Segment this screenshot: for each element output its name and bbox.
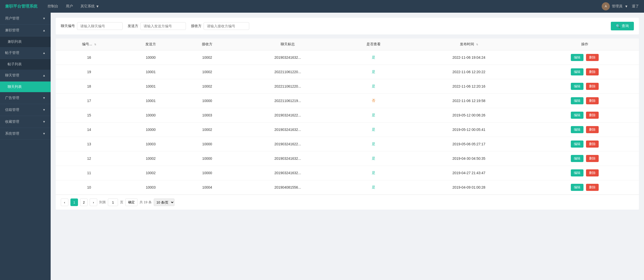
edit-button[interactable]: 编辑	[571, 68, 583, 75]
edit-button[interactable]: 编辑	[571, 141, 583, 148]
cell-viewed: 是	[340, 65, 407, 79]
sidebar-group-parttime[interactable]: 兼职管理 ▲	[0, 25, 51, 36]
cell-sender: 10002	[123, 166, 179, 180]
search-icon: 🔍	[616, 24, 620, 28]
sort-icon-time[interactable]: ⇅	[476, 43, 478, 46]
page-size-select[interactable]: 10 条/页 20 条/页 50 条/页	[154, 198, 174, 206]
app-logo: 兼职平台管理系统	[5, 4, 37, 9]
cell-viewed: 是	[340, 137, 407, 151]
table-row: 15 10000 10003 201903241622... 是 2019-05…	[56, 108, 639, 123]
nav-item-users[interactable]: 用户	[66, 4, 73, 9]
cell-receiver: 10002	[179, 65, 236, 79]
cell-viewed: 否	[340, 94, 407, 108]
sidebar-item-post-list[interactable]: 帖子列表	[0, 59, 51, 70]
delete-button[interactable]: 删除	[586, 155, 599, 162]
sidebar-group-ads[interactable]: 广告管理 ▼	[0, 92, 51, 104]
search-button[interactable]: 🔍 查询	[611, 22, 634, 30]
sidebar-group-chat[interactable]: 聊天管理 ▲	[0, 70, 51, 82]
chevron-down-icon: ▼	[43, 108, 46, 112]
sort-icon-id[interactable]: ⇅	[94, 43, 96, 46]
delete-button[interactable]: 删除	[586, 54, 599, 61]
chat-table: 编号... ⇅ 发送方 接收方 聊天标志 是否查看 发布时间 ⇅ 操作	[56, 38, 639, 195]
table-row: 11 10002 10000 201903241632... 是 2019-04…	[56, 166, 639, 180]
search-field-sender: 发送方	[128, 22, 186, 30]
edit-button[interactable]: 编辑	[571, 184, 583, 191]
search-input-chat-id[interactable]	[77, 22, 123, 30]
cell-id: 14	[56, 123, 123, 137]
edit-button[interactable]: 编辑	[571, 155, 583, 162]
cell-id: 11	[56, 166, 123, 180]
cell-receiver: 10000	[179, 137, 236, 151]
cell-time: 2019-04-27 21:43:47	[407, 166, 531, 180]
pagination: ‹ 1 2 › 到第 页 确定 共 19 条 10 条/页 20 条/页 50 …	[56, 195, 639, 210]
delete-button[interactable]: 删除	[586, 141, 599, 148]
cell-actions: 编辑 删除	[531, 123, 639, 137]
page-1-button[interactable]: 1	[70, 198, 78, 206]
sidebar-item-parttime-list[interactable]: 兼职列表	[0, 36, 51, 47]
cell-receiver: 10003	[179, 108, 236, 123]
edit-button[interactable]: 编辑	[571, 83, 583, 90]
delete-button[interactable]: 删除	[586, 184, 599, 191]
admin-dropdown[interactable]: A 管理員 ▼	[602, 2, 628, 10]
cell-receiver: 10002	[179, 50, 236, 65]
cell-tag: 201903241632...	[236, 50, 340, 65]
page-goto-input[interactable]	[108, 198, 118, 206]
cell-receiver: 10000	[179, 151, 236, 166]
nav-items: 控制台 用户 其它系统 ▼	[48, 4, 602, 9]
page-2-button[interactable]: 2	[80, 198, 88, 206]
delete-button[interactable]: 删除	[586, 83, 599, 90]
sidebar-item-chat-list[interactable]: 聊天列表	[0, 82, 51, 92]
edit-button[interactable]: 编辑	[571, 97, 583, 104]
delete-button[interactable]: 删除	[586, 112, 599, 119]
cell-viewed: 是	[340, 79, 407, 94]
page-confirm-button[interactable]: 确定	[125, 198, 138, 206]
cell-time: 2019-05-12 00:06:26	[407, 108, 531, 123]
sidebar-group-posts[interactable]: 帖子管理 ▲	[0, 47, 51, 59]
edit-button[interactable]: 编辑	[571, 169, 583, 176]
search-input-sender[interactable]	[140, 22, 186, 30]
logout-button[interactable]: 退了	[632, 4, 639, 9]
delete-button[interactable]: 删除	[586, 169, 599, 176]
cell-actions: 编辑 删除	[531, 65, 639, 79]
cell-receiver: 10002	[179, 79, 236, 94]
search-label-receiver: 接收方	[191, 24, 202, 28]
cell-tag: 202211061220...	[236, 79, 340, 94]
sidebar-group-system[interactable]: 系统管理 ▼	[0, 128, 51, 140]
cell-sender: 10000	[123, 123, 179, 137]
cell-id: 10	[56, 180, 123, 195]
col-actions: 操作	[531, 38, 639, 50]
edit-button[interactable]: 编辑	[571, 54, 583, 61]
nav-item-other[interactable]: 其它系统 ▼	[81, 4, 99, 9]
nav-item-dashboard[interactable]: 控制台	[48, 4, 58, 9]
next-page-button[interactable]: ›	[90, 198, 97, 206]
cell-actions: 编辑 删除	[531, 151, 639, 166]
chevron-up-icon: ▲	[43, 29, 46, 32]
delete-button[interactable]: 删除	[586, 126, 599, 133]
total-count: 共 19 条	[140, 200, 152, 205]
sidebar-group-inbox[interactable]: 信箱管理 ▼	[0, 104, 51, 116]
sidebar-group-user-management[interactable]: 用户管理 ▼	[0, 13, 51, 25]
sidebar-group-favorites[interactable]: 收藏管理 ▼	[0, 116, 51, 128]
edit-button[interactable]: 编辑	[571, 126, 583, 133]
search-input-receiver[interactable]	[204, 22, 249, 30]
edit-button[interactable]: 编辑	[571, 112, 583, 119]
cell-id: 15	[56, 108, 123, 123]
cell-id: 18	[56, 79, 123, 94]
cell-tag: 201903241632...	[236, 166, 340, 180]
cell-tag: 202211061219...	[236, 94, 340, 108]
cell-actions: 编辑 删除	[531, 79, 639, 94]
delete-button[interactable]: 删除	[586, 97, 599, 104]
search-field-receiver: 接收方	[191, 22, 249, 30]
cell-receiver: 10000	[179, 94, 236, 108]
cell-sender: 10002	[123, 151, 179, 166]
delete-button[interactable]: 删除	[586, 68, 599, 75]
cell-sender: 10001	[123, 94, 179, 108]
cell-actions: 编辑 删除	[531, 94, 639, 108]
prev-page-button[interactable]: ‹	[61, 198, 68, 206]
chevron-up-icon: ▲	[43, 51, 46, 55]
cell-tag: 201903241632...	[236, 123, 340, 137]
col-sender: 发送方	[123, 38, 179, 50]
cell-actions: 编辑 删除	[531, 137, 639, 151]
cell-time: 2022-11-06 19:04:24	[407, 50, 531, 65]
top-nav: 兼职平台管理系统 控制台 用户 其它系统 ▼ A 管理員 ▼ 退了	[0, 0, 644, 13]
